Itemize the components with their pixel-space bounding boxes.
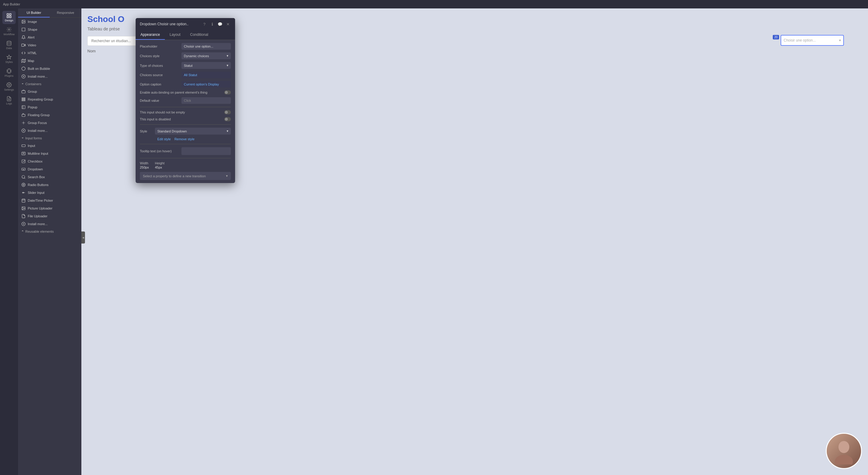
element-dropdown[interactable]: Dropdown <box>18 165 82 173</box>
sidebar-settings-label: Settings <box>4 88 14 91</box>
svg-rect-44 <box>22 199 25 202</box>
element-file-label: File Uploader <box>28 214 47 218</box>
choices-style-chevron: ▾ <box>227 54 228 58</box>
svg-rect-3 <box>10 16 11 18</box>
remove-style-link[interactable]: Remove style <box>175 137 195 141</box>
element-install-more-1[interactable]: Install more... <box>18 72 82 80</box>
info-icon[interactable]: ℹ <box>209 21 215 27</box>
sidebar-icon-data[interactable]: Data <box>2 38 16 52</box>
sidebar-icon-settings[interactable]: Settings <box>2 80 16 93</box>
element-group[interactable]: Group <box>18 88 82 95</box>
section-containers[interactable]: Containers <box>18 80 82 88</box>
popup-icon <box>21 105 26 109</box>
element-slider-label: Slider Input <box>28 191 44 195</box>
svg-point-10 <box>23 21 23 21</box>
element-video[interactable]: Video <box>18 41 82 49</box>
sidebar-icon-design[interactable]: Design <box>2 11 16 24</box>
element-popup[interactable]: Popup <box>18 103 82 111</box>
disabled-toggle[interactable] <box>224 117 231 121</box>
sidebar-icon-logs[interactable]: Logs <box>2 94 16 107</box>
not-empty-toggle[interactable] <box>224 110 231 114</box>
svg-point-38 <box>22 175 25 178</box>
question-icon[interactable]: ? <box>201 21 207 27</box>
choices-source-label: Choices source <box>140 73 179 77</box>
element-file-uploader[interactable]: File Uploader <box>18 212 82 220</box>
svg-point-41 <box>23 184 24 186</box>
element-search-label: Search Box <box>28 175 45 179</box>
element-group-focus[interactable]: Group Focus <box>18 119 82 127</box>
sidebar-icon-styles[interactable]: Styles <box>2 53 16 66</box>
element-radio-buttons[interactable]: Radio Buttons <box>18 181 82 189</box>
comment-icon[interactable]: 💬 <box>217 21 223 27</box>
choices-source-value[interactable]: All Statut <box>181 72 231 78</box>
svg-rect-21 <box>22 91 25 93</box>
properties-panel: Dropdown Choisir une option.. ? ℹ 💬 ✕ Ap… <box>135 18 235 183</box>
placeholder-value[interactable]: Choisir une option... <box>181 43 231 50</box>
element-html[interactable]: HTML <box>18 49 82 57</box>
bubble-icon <box>21 66 26 71</box>
choices-style-value[interactable]: Dynamic choices ▾ <box>181 53 231 59</box>
element-checkbox[interactable]: Checkbox <box>18 158 82 165</box>
canvas-dropdown-element[interactable]: Choisir une option... ▾ <box>781 35 844 46</box>
reusable-label: Reusable elements <box>25 230 54 233</box>
svg-rect-32 <box>22 145 25 147</box>
svg-rect-24 <box>22 100 25 101</box>
element-image[interactable]: Image <box>18 18 82 26</box>
tab-layout[interactable]: Layout <box>165 30 185 40</box>
tab-ui-builder[interactable]: UI Builder <box>18 8 50 18</box>
svg-point-5 <box>7 41 11 43</box>
section-input-forms[interactable]: Input forms <box>18 135 82 142</box>
element-picture-label: Picture Uploader <box>28 206 53 210</box>
element-alert[interactable]: Alert <box>18 33 82 41</box>
group-icon <box>21 89 26 94</box>
element-group-label: Group <box>28 90 37 93</box>
panel-body: Placeholder Choisir une option... Choice… <box>135 40 235 183</box>
top-bar-title: App Builder <box>3 2 20 6</box>
tab-conditional[interactable]: Conditional <box>185 30 213 40</box>
auto-binding-toggle[interactable] <box>224 90 231 95</box>
collapse-handle[interactable]: ◀ <box>82 232 85 243</box>
element-map[interactable]: Map <box>18 57 82 65</box>
svg-point-53 <box>838 441 849 453</box>
plus-icon-2 <box>21 128 26 133</box>
svg-marker-14 <box>22 59 26 63</box>
sidebar-icon-plugins[interactable]: Plugins <box>2 66 16 79</box>
svg-rect-23 <box>22 99 25 100</box>
element-shape[interactable]: Shape <box>18 26 82 33</box>
element-popup-label: Popup <box>28 105 37 109</box>
element-install-more-3[interactable]: Install more... <box>18 220 82 228</box>
style-value[interactable]: Standard Dropdown ▾ <box>155 128 231 135</box>
type-choices-value[interactable]: Statut ▾ <box>181 62 231 69</box>
default-value-field[interactable]: Click <box>181 97 231 104</box>
element-repeating-group[interactable]: Repeating Group <box>18 95 82 103</box>
element-input[interactable]: Input <box>18 142 82 149</box>
option-caption-value[interactable]: Current option's Display <box>181 81 231 88</box>
element-multiline-input[interactable]: Multiline Input <box>18 149 82 158</box>
element-datetime-label: Date/Time Picker <box>28 199 53 202</box>
element-slider-input[interactable]: Slider Input <box>18 189 82 197</box>
prop-choices-style-row: Choices style Dynamic choices ▾ <box>140 53 231 59</box>
close-icon[interactable]: ✕ <box>225 21 231 27</box>
edit-style-link[interactable]: Edit style <box>157 137 171 141</box>
tooltip-input[interactable] <box>181 147 231 155</box>
panel-tabs-row: Appearance Layout Conditional <box>135 30 235 40</box>
tab-responsive[interactable]: Responsive <box>50 8 82 18</box>
element-datetime-picker[interactable]: Date/Time Picker <box>18 197 82 204</box>
transition-label: Select a property to define a new transi… <box>143 174 206 178</box>
svg-rect-22 <box>22 98 25 98</box>
install-more-3-label: Install more... <box>28 222 48 226</box>
group-focus-icon <box>21 121 26 125</box>
transition-row[interactable]: Select a property to define a new transi… <box>140 172 231 180</box>
input-forms-label: Input forms <box>25 136 42 140</box>
element-search-box[interactable]: Search Box <box>18 173 82 181</box>
element-floating-group[interactable]: Floating Group <box>18 111 82 119</box>
section-reusable[interactable]: Reusable elements <box>18 228 82 235</box>
sidebar-icon-workflow[interactable]: Workflow <box>2 25 16 38</box>
tab-appearance[interactable]: Appearance <box>135 30 165 40</box>
element-built-on-bubble[interactable]: Built on Bubble <box>18 65 82 72</box>
element-install-more-2[interactable]: Install more... <box>18 127 82 135</box>
prop-auto-binding-row: Enable auto-binding on parent element's … <box>140 90 231 95</box>
svg-rect-2 <box>7 16 8 18</box>
element-picture-uploader[interactable]: Picture Uploader <box>18 204 82 212</box>
repeating-group-icon <box>21 97 26 102</box>
